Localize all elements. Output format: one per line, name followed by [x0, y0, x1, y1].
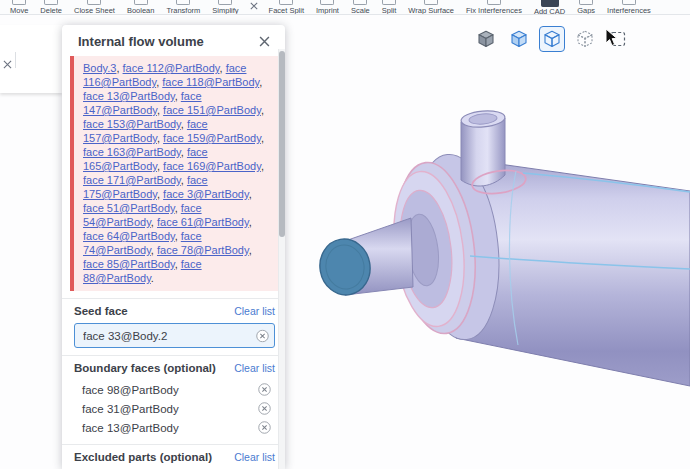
toolbar-icon — [12, 0, 26, 5]
remove-icon[interactable] — [258, 421, 271, 434]
boundary-faces-section: Boundary faces (optional) Clear list fac… — [62, 355, 285, 437]
face-link[interactable]: face 159@PartBody — [163, 132, 261, 144]
dialog-header: Internal flow volume — [62, 25, 285, 56]
face-link[interactable]: face 112@PartBody — [123, 62, 220, 74]
toolbar-item-move[interactable]: Move — [10, 0, 28, 15]
toolbar-item-label: Gaps — [577, 6, 595, 15]
face-link[interactable]: face 153@PartBody — [83, 118, 181, 130]
toolbar-item-facet-split[interactable]: Facet Split — [269, 0, 304, 15]
boundary-face-value: face 31@PartBody — [82, 403, 179, 415]
face-link[interactable]: face 61@PartBody — [157, 216, 249, 228]
mouse-cursor — [605, 28, 619, 47]
scrollbar-thumb[interactable] — [279, 51, 285, 237]
face-link[interactable]: face 3@PartBody — [163, 188, 249, 200]
toolbar-icon — [541, 0, 559, 7]
toolbar-item-label: Wrap Surface — [408, 6, 454, 15]
selection-summary: Body.3, face 112@PartBody, face 116@Part… — [70, 56, 278, 291]
background-panel — [0, 25, 62, 93]
face-link[interactable]: face 118@PartBody — [162, 76, 259, 88]
toolbar-item-label: Transform — [166, 6, 200, 15]
face-link[interactable]: face 13@PartBody — [83, 90, 175, 102]
toolbar-item-close-sheet[interactable]: Close Sheet — [74, 0, 115, 15]
boundary-face-value: face 13@PartBody — [82, 422, 179, 434]
boundary-face-value: face 98@PartBody — [82, 384, 179, 396]
face-link[interactable]: face 151@PartBody — [163, 104, 261, 116]
toolbar-item-label: Fix Interferences — [466, 6, 522, 15]
toolbar-item-simplify[interactable]: Simplify — [212, 0, 238, 15]
toolbar-items: MoveDeleteClose SheetBooleanTransformSim… — [4, 0, 657, 15]
face-link[interactable]: face 64@PartBody — [83, 230, 175, 242]
cube-shaded-icon[interactable] — [506, 26, 532, 52]
toolbar-item-interferences[interactable]: Interferences — [607, 0, 651, 15]
faces-list: Body.3, face 112@PartBody, face 116@Part… — [83, 62, 264, 284]
face-link[interactable]: face 171@PartBody — [83, 174, 181, 186]
internal-flow-volume-dialog: Internal flow volume Body.3, face 112@Pa… — [62, 25, 285, 469]
top-toolbar: MoveDeleteClose SheetBooleanTransformSim… — [0, 0, 690, 15]
face-link[interactable]: face 163@PartBody — [83, 146, 181, 158]
toolbar-icon — [176, 0, 190, 5]
toolbar-item-label: Scale — [351, 6, 370, 15]
divider — [15, 52, 16, 68]
toolbar-icon — [382, 0, 396, 5]
toolbar-icon — [424, 0, 438, 5]
toolbar-item-label: Facet Split — [269, 6, 304, 15]
clear-seed-face-link[interactable]: Clear list — [234, 305, 275, 317]
excluded-parts-label: Excluded parts (optional) — [74, 451, 212, 463]
dialog-title: Internal flow volume — [78, 34, 204, 49]
remove-icon[interactable] — [256, 329, 269, 342]
excluded-parts-section: Excluded parts (optional) Clear list — [62, 444, 285, 469]
close-icon[interactable] — [257, 34, 272, 49]
toolbar-item-add-cad[interactable]: Add CAD — [534, 0, 565, 15]
remove-icon[interactable] — [258, 402, 271, 415]
face-link[interactable]: face 51@PartBody — [83, 202, 175, 214]
toolbar-icon — [579, 0, 593, 5]
face-link[interactable]: Body.3 — [83, 62, 116, 74]
toolbar-item-fix-interferences[interactable]: Fix Interferences — [466, 0, 522, 15]
toolbar-item-label: Boolean — [127, 6, 155, 15]
cube-solid-icon[interactable] — [473, 26, 499, 52]
cube-wireframe-icon[interactable] — [539, 26, 565, 52]
toolbar-icon — [218, 0, 232, 5]
toolbar-item-gaps[interactable]: Gaps — [577, 0, 595, 15]
toolbar-close-icon[interactable] — [250, 2, 258, 10]
dialog-scrollbar[interactable] — [278, 49, 285, 469]
boundary-face-list: face 98@PartBodyface 31@PartBodyface 13@… — [74, 380, 275, 437]
face-link[interactable]: face 78@PartBody — [157, 244, 249, 256]
toolbar-item-label: Close Sheet — [74, 6, 115, 15]
boundary-face-row: face 98@PartBody — [74, 380, 275, 399]
close-icon[interactable] — [3, 55, 12, 73]
face-link[interactable]: face 169@PartBody — [163, 160, 261, 172]
toolbar-item-transform[interactable]: Transform — [166, 0, 200, 15]
seed-face-section: Seed face Clear list — [62, 298, 285, 348]
toolbar-item-label: Add CAD — [534, 7, 565, 15]
toolbar-item-imprint[interactable]: Imprint — [316, 0, 339, 15]
toolbar-item-label: Move — [10, 6, 28, 15]
toolbar-item-label: Delete — [40, 6, 62, 15]
toolbar-item-wrap-surface[interactable]: Wrap Surface — [408, 0, 454, 15]
cube-dotted-icon[interactable] — [572, 26, 598, 52]
toolbar-item-split[interactable]: Split — [382, 0, 397, 15]
toolbar-icon — [320, 0, 334, 5]
toolbar-icon — [353, 0, 367, 5]
seed-face-label: Seed face — [74, 305, 128, 317]
toolbar-icon — [44, 0, 58, 5]
toolbar-item-label: Split — [382, 6, 397, 15]
toolbar-icon — [87, 0, 101, 5]
toolbar-icon — [622, 0, 636, 5]
seed-face-input[interactable] — [74, 323, 275, 348]
toolbar-icon — [279, 0, 293, 5]
toolbar-item-delete[interactable]: Delete — [40, 0, 62, 15]
clear-boundary-faces-link[interactable]: Clear list — [234, 362, 275, 374]
cad-model[interactable] — [285, 15, 690, 469]
clear-excluded-parts-link[interactable]: Clear list — [234, 451, 275, 463]
toolbar-item-label: Interferences — [607, 6, 651, 15]
toolbar-icon — [134, 0, 148, 5]
face-link[interactable]: face 85@PartBody — [83, 258, 175, 270]
remove-icon[interactable] — [258, 383, 271, 396]
toolbar-item-scale[interactable]: Scale — [351, 0, 370, 15]
toolbar-item-label: Imprint — [316, 6, 339, 15]
toolbar-icon — [487, 0, 501, 5]
toolbar-item-boolean[interactable]: Boolean — [127, 0, 155, 15]
boundary-faces-label: Boundary faces (optional) — [74, 362, 216, 374]
toolbar-item-label: Simplify — [212, 6, 238, 15]
